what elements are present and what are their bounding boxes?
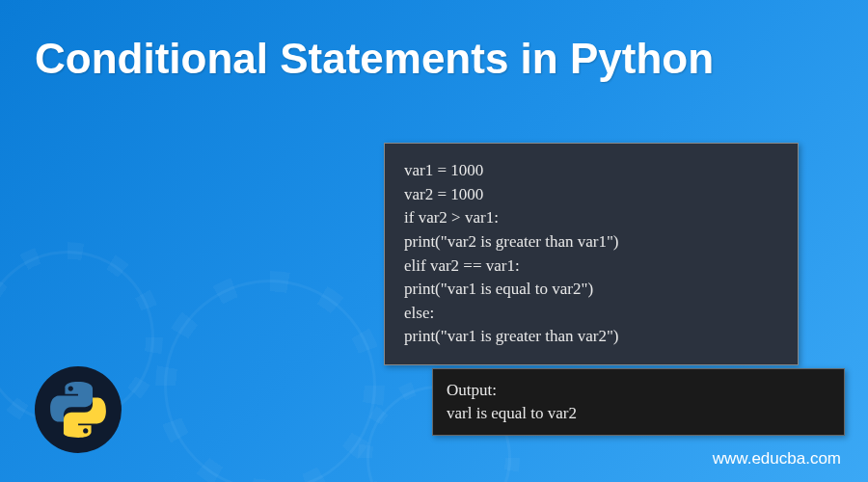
decorative-gear: [164, 280, 376, 482]
python-logo-icon: [35, 366, 122, 453]
code-line: else:: [404, 302, 778, 326]
code-line: print("var1 is greater than var2"): [404, 325, 778, 349]
output-label: Output:: [447, 379, 830, 402]
python-icon: [49, 381, 107, 439]
code-line: print("var1 is equal to var2"): [404, 278, 778, 302]
code-line: var1 = 1000: [404, 159, 778, 183]
footer-url: www.educba.com: [713, 449, 841, 469]
code-line: var2 = 1000: [404, 183, 778, 207]
code-line: print("var2 is greater than var1"): [404, 230, 778, 254]
code-block: var1 = 1000 var2 = 1000 if var2 > var1: …: [384, 143, 799, 365]
output-result: varl is equal to var2: [447, 402, 830, 425]
code-line: elif var2 == var1:: [404, 254, 778, 279]
page-title: Conditional Statements in Python: [35, 35, 714, 84]
output-block: Output: varl is equal to var2: [432, 368, 845, 436]
code-line: if var2 > var1:: [404, 206, 778, 230]
